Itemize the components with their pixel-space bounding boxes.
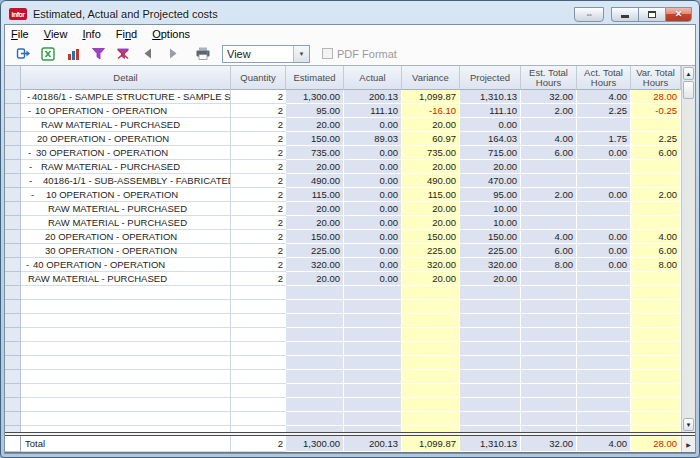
exit-button[interactable] xyxy=(12,44,34,63)
proj-cell[interactable]: 164.03 xyxy=(460,132,521,146)
act-cell[interactable] xyxy=(344,300,402,314)
row-selector[interactable] xyxy=(5,90,21,104)
var-cell[interactable]: 320.00 xyxy=(402,258,460,272)
proj-cell[interactable] xyxy=(460,370,521,384)
detail-cell[interactable] xyxy=(21,426,231,432)
qty-cell[interactable]: 2 xyxy=(231,230,286,244)
var-cell[interactable] xyxy=(402,286,460,300)
detail-cell[interactable]: RAW MATERIAL - PURCHASED xyxy=(21,216,231,230)
act-cell[interactable]: 0.00 xyxy=(344,202,402,216)
qty-cell[interactable]: 2 xyxy=(231,174,286,188)
row-selector[interactable] xyxy=(5,202,21,216)
detail-cell[interactable] xyxy=(21,356,231,370)
table-row[interactable]: RAW MATERIAL - PURCHASED220.000.0020.000… xyxy=(5,118,681,132)
row-selector[interactable] xyxy=(5,160,21,174)
acth-cell[interactable] xyxy=(577,202,631,216)
est-cell[interactable] xyxy=(286,412,344,426)
table-row[interactable]: 30 OPERATION - OPERATION2225.000.00225.0… xyxy=(5,244,681,258)
maximize-button[interactable] xyxy=(638,7,665,22)
var-cell[interactable]: 735.00 xyxy=(402,146,460,160)
esth-cell[interactable]: 6.00 xyxy=(521,146,577,160)
empty-row[interactable] xyxy=(5,384,681,398)
detail-cell[interactable]: RAW MATERIAL - PURCHASED xyxy=(21,202,231,216)
detail-cell[interactable]: 20 OPERATION - OPERATION xyxy=(21,230,231,244)
var-cell[interactable] xyxy=(402,384,460,398)
varh-cell[interactable] xyxy=(631,300,681,314)
proj-cell[interactable]: 0.00 xyxy=(460,118,521,132)
esth-cell[interactable] xyxy=(521,202,577,216)
act-cell[interactable]: 0.00 xyxy=(344,272,402,286)
acth-cell[interactable] xyxy=(577,384,631,398)
est-cell[interactable]: 20.00 xyxy=(286,216,344,230)
proj-cell[interactable]: 1,310.13 xyxy=(460,90,521,104)
var-cell[interactable]: 1,099.87 xyxy=(402,90,460,104)
detail-cell[interactable] xyxy=(21,314,231,328)
esth-cell[interactable]: 6.00 xyxy=(521,244,577,258)
filter-button[interactable] xyxy=(87,44,109,63)
table-row[interactable]: -10 OPERATION - OPERATION295.00111.10-16… xyxy=(5,104,681,118)
table-row[interactable]: RAW MATERIAL - PURCHASED220.000.0020.001… xyxy=(5,216,681,230)
varh-cell[interactable]: 6.00 xyxy=(631,146,681,160)
row-selector[interactable] xyxy=(5,188,21,202)
var-cell[interactable] xyxy=(402,342,460,356)
esth-cell[interactable]: 4.00 xyxy=(521,230,577,244)
scroll-up-button[interactable]: ▲ xyxy=(683,67,694,80)
table-row[interactable]: -RAW MATERIAL - PURCHASED220.000.0020.00… xyxy=(5,160,681,174)
table-row[interactable]: RAW MATERIAL - PURCHASED220.000.0020.001… xyxy=(5,202,681,216)
act-cell[interactable] xyxy=(344,384,402,398)
est-cell[interactable]: 150.00 xyxy=(286,132,344,146)
act-cell[interactable] xyxy=(344,342,402,356)
est-cell[interactable]: 320.00 xyxy=(286,258,344,272)
varh-cell[interactable] xyxy=(631,384,681,398)
acth-cell[interactable] xyxy=(577,356,631,370)
est-cell[interactable] xyxy=(286,370,344,384)
empty-row[interactable] xyxy=(5,356,681,370)
acth-cell[interactable] xyxy=(577,328,631,342)
est-cell[interactable]: 20.00 xyxy=(286,272,344,286)
empty-row[interactable] xyxy=(5,300,681,314)
var-cell[interactable] xyxy=(402,300,460,314)
next-button[interactable] xyxy=(162,44,184,63)
est-cell[interactable]: 490.00 xyxy=(286,174,344,188)
esth-cell[interactable] xyxy=(521,286,577,300)
est-cell[interactable] xyxy=(286,300,344,314)
var-cell[interactable]: 20.00 xyxy=(402,272,460,286)
scrollbar-track[interactable] xyxy=(682,99,695,417)
detail-cell[interactable]: -RAW MATERIAL - PURCHASED xyxy=(21,160,231,174)
act-cell[interactable]: 0.00 xyxy=(344,244,402,258)
collapse-icon[interactable]: - xyxy=(31,188,34,201)
excel-export-button[interactable] xyxy=(37,44,59,63)
varh-cell[interactable]: 28.00 xyxy=(631,90,681,104)
detail-cell[interactable] xyxy=(21,398,231,412)
varh-cell[interactable] xyxy=(631,286,681,300)
row-selector[interactable] xyxy=(5,216,21,230)
esth-cell[interactable] xyxy=(521,356,577,370)
proj-cell[interactable] xyxy=(460,384,521,398)
acth-cell[interactable] xyxy=(577,272,631,286)
acth-cell[interactable]: 0.00 xyxy=(577,258,631,272)
column-header-varh[interactable]: Var. Total Hours xyxy=(631,66,681,90)
qty-cell[interactable]: 2 xyxy=(231,132,286,146)
var-cell[interactable] xyxy=(402,314,460,328)
detail-cell[interactable]: -40 OPERATION - OPERATION xyxy=(21,258,231,272)
varh-cell[interactable] xyxy=(631,272,681,286)
qty-cell[interactable] xyxy=(231,412,286,426)
menu-options[interactable]: Options xyxy=(152,28,190,40)
var-cell[interactable]: 20.00 xyxy=(402,202,460,216)
act-cell[interactable]: 0.00 xyxy=(344,174,402,188)
esth-cell[interactable] xyxy=(521,342,577,356)
proj-cell[interactable] xyxy=(460,328,521,342)
menu-file[interactable]: File xyxy=(11,28,29,40)
proj-cell[interactable]: 10.00 xyxy=(460,202,521,216)
varh-cell[interactable] xyxy=(631,412,681,426)
collapse-icon[interactable]: - xyxy=(27,90,30,103)
act-cell[interactable] xyxy=(344,328,402,342)
clear-filter-button[interactable] xyxy=(112,44,134,63)
qty-cell[interactable]: 2 xyxy=(231,146,286,160)
acth-cell[interactable]: 2.25 xyxy=(577,104,631,118)
act-cell[interactable]: 0.00 xyxy=(344,118,402,132)
table-row[interactable]: -40 OPERATION - OPERATION2320.000.00320.… xyxy=(5,258,681,272)
qty-cell[interactable] xyxy=(231,398,286,412)
act-cell[interactable] xyxy=(344,398,402,412)
proj-cell[interactable]: 470.00 xyxy=(460,174,521,188)
